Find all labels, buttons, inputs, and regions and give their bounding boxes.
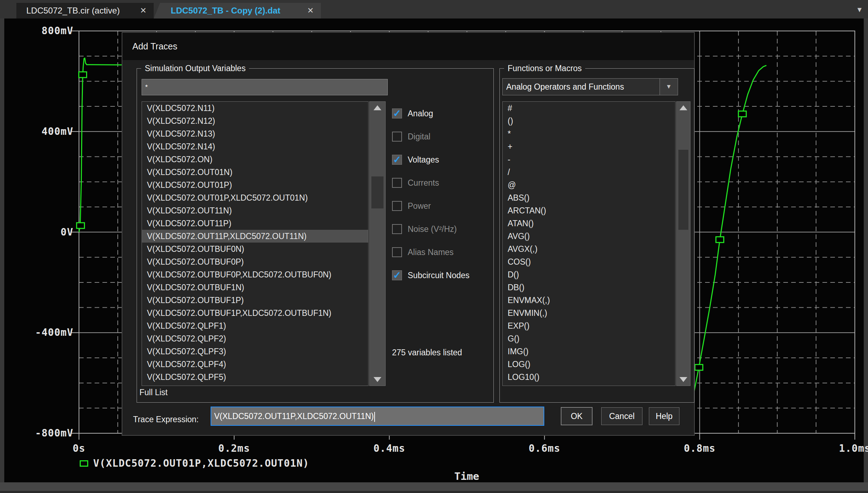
function-list-item[interactable]: - (503, 153, 675, 166)
functions-scrollbar[interactable] (676, 101, 690, 386)
x-tick-label: 0.2ms (199, 442, 270, 454)
variable-list-item[interactable]: V(XLDC5072.OUTBUF0P,XLDC5072.OUTBUF0N) (142, 268, 368, 281)
variable-list-item[interactable]: V(XLDC5072.OUT01N) (142, 166, 368, 179)
cancel-button[interactable]: Cancel (601, 407, 642, 425)
function-list-item[interactable]: IMG() (503, 345, 675, 358)
variable-list-item[interactable]: V(XLDC5072.QLPF5,XLDC5072.QLPF6) (142, 383, 368, 386)
tab-cir-file[interactable]: LDC5072_TB.cir (active) ✕ (16, 3, 154, 18)
dialog-titlebar[interactable]: Add Traces (122, 33, 694, 60)
function-list-item[interactable]: AVGX(,) (503, 243, 675, 255)
variable-list-item[interactable]: V(XLDC5072.OUTBUF0N) (142, 243, 368, 255)
functions-category-dropdown[interactable]: Analog Operators and Functions ▼ (502, 78, 678, 95)
filter-checkbox-subcircuit-nodes[interactable]: ✓Subcircuit Nodes (392, 270, 499, 281)
x-tick-label: 0.8ms (664, 442, 735, 454)
tab-overflow-icon[interactable]: ▼ (856, 6, 863, 14)
functions-listbox[interactable]: #()*+-/@ABS()ARCTAN()ATAN()AVG()AVGX(,)C… (502, 101, 676, 386)
filter-checkbox-alias-names[interactable]: Alias Names (392, 247, 499, 258)
checked-checkbox-icon[interactable]: ✓ (392, 270, 402, 280)
variable-list-item[interactable]: V(XLDC5072.OUT01P,XLDC5072.OUT01N) (142, 191, 368, 204)
scroll-up-icon[interactable] (374, 105, 381, 110)
function-list-item[interactable]: ENVMAX(,) (503, 294, 675, 307)
checkmark-icon: ✓ (393, 155, 401, 164)
checkbox-label: Power (408, 201, 431, 211)
function-list-item[interactable]: DB() (503, 281, 675, 294)
help-button[interactable]: Help (649, 407, 679, 425)
unchecked-checkbox-icon[interactable] (392, 178, 402, 188)
function-list-item[interactable]: EXP() (503, 319, 675, 332)
filter-checkbox-noise-v-hz-[interactable]: Noise (V²/Hz) (392, 224, 499, 234)
variable-list-item[interactable]: V(XLDC5072.ON) (142, 153, 368, 166)
scrollbar-thumb[interactable] (371, 176, 383, 208)
function-list-item[interactable]: COS() (503, 255, 675, 268)
unchecked-checkbox-icon[interactable] (392, 132, 402, 142)
trace-expression-value: V(XLDC5072.OUT11P,XLDC5072.OUT11N) (214, 412, 374, 421)
variable-list-item[interactable]: V(XLDC5072.OUT11P,XLDC5072.OUT11N) (142, 230, 368, 243)
scroll-down-icon[interactable] (679, 377, 687, 382)
tab-dat-close-icon[interactable]: ✕ (307, 6, 314, 15)
trace-data-marker (76, 223, 84, 228)
trace-data-marker (739, 111, 746, 117)
variable-list-item[interactable]: V(XLDC5072.OUT01P) (142, 179, 368, 191)
checked-checkbox-icon[interactable]: ✓ (392, 108, 402, 118)
function-list-item[interactable]: ARCTAN() (503, 204, 675, 217)
variable-list-item[interactable]: V(XLDC5072.OUTBUF0P) (142, 255, 368, 268)
function-list-item[interactable]: M() (503, 383, 675, 386)
ok-button[interactable]: OK (561, 407, 592, 425)
filter-checkbox-analog[interactable]: ✓Analog (392, 108, 499, 119)
filter-checkbox-power[interactable]: Power (392, 201, 499, 211)
scroll-up-icon[interactable] (679, 105, 687, 110)
variable-list-item[interactable]: V(XLDC5072.N14) (142, 140, 368, 153)
function-list-item[interactable]: / (503, 166, 675, 179)
function-list-item[interactable]: ATAN() (503, 217, 675, 230)
variable-list-item[interactable]: V(XLDC5072.QLPF4) (142, 358, 368, 371)
variable-list-item[interactable]: V(XLDC5072.N13) (142, 127, 368, 140)
variable-list-item[interactable]: V(XLDC5072.QLPF1) (142, 319, 368, 332)
variable-list-item[interactable]: V(XLDC5072.QLPF5) (142, 371, 368, 383)
function-list-item[interactable]: AVG() (503, 230, 675, 243)
tab-dat-file[interactable]: LDC5072_TB - Copy (2).dat ✕ (154, 3, 321, 18)
variable-list-item[interactable]: V(XLDC5072.N12) (142, 115, 368, 127)
variable-list-item[interactable]: V(XLDC5072.OUT11P) (142, 217, 368, 230)
variable-list-item[interactable]: V(XLDC5072.OUTBUF1N) (142, 281, 368, 294)
function-list-item[interactable]: LOG() (503, 358, 675, 371)
function-list-item[interactable]: D() (503, 268, 675, 281)
window-bottom-edge (0, 491, 868, 493)
function-list-item[interactable]: ENVMIN(,) (503, 307, 675, 319)
variable-list-item[interactable]: V(XLDC5072.OUTBUF1P) (142, 294, 368, 307)
variable-list-item[interactable]: V(XLDC5072.QLPF2) (142, 332, 368, 345)
function-list-item[interactable]: ABS() (503, 191, 675, 204)
variable-list-item[interactable]: V(XLDC5072.OUTBUF1P,XLDC5072.OUTBUF1N) (142, 307, 368, 319)
function-list-item[interactable]: # (503, 102, 675, 115)
function-list-item[interactable]: LOG10() (503, 371, 675, 383)
dropdown-arrow-icon[interactable]: ▼ (660, 79, 678, 95)
functions-category-value: Analog Operators and Functions (503, 79, 660, 95)
variable-list-item[interactable]: V(XLDC5072.N11) (142, 102, 368, 115)
tab-cir-file-label: LDC5072_TB.cir (active) (16, 6, 120, 16)
x-tick-label: 1.0ms (819, 442, 868, 454)
function-list-item[interactable]: () (503, 115, 675, 127)
variable-filter-input[interactable] (142, 79, 388, 95)
variables-scrollbar[interactable] (369, 101, 386, 386)
function-list-item[interactable]: @ (503, 179, 675, 191)
function-list-item[interactable]: G() (503, 332, 675, 345)
variables-listbox[interactable]: V(XLDC5072.N11)V(XLDC5072.N12)V(XLDC5072… (142, 101, 369, 386)
function-list-item[interactable]: + (503, 140, 675, 153)
unchecked-checkbox-icon[interactable] (392, 201, 402, 211)
function-list-item[interactable]: * (503, 127, 675, 140)
scroll-down-icon[interactable] (374, 377, 381, 382)
filter-checkbox-currents[interactable]: Currents (392, 177, 499, 188)
unchecked-checkbox-icon[interactable] (392, 224, 402, 234)
tab-cir-close-icon[interactable]: ✕ (140, 6, 147, 15)
trace-expression-input[interactable]: V(XLDC5072.OUT11P,XLDC5072.OUT11N) (211, 407, 544, 426)
checked-checkbox-icon[interactable]: ✓ (392, 155, 402, 165)
scrollbar-thumb[interactable] (678, 150, 688, 230)
tab-dat-file-label: LDC5072_TB - Copy (2).dat (154, 6, 280, 16)
full-list-label: Full List (139, 388, 168, 397)
trace-legend: V(XLDC5072.OUT01P,XLDC5072.OUT01N) (80, 457, 309, 469)
filter-checkbox-digital[interactable]: Digital (392, 131, 499, 142)
variable-list-item[interactable]: V(XLDC5072.QLPF3) (142, 345, 368, 358)
unchecked-checkbox-icon[interactable] (392, 247, 402, 257)
variable-list-item[interactable]: V(XLDC5072.OUT11N) (142, 204, 368, 217)
filter-checkbox-voltages[interactable]: ✓Voltages (392, 154, 499, 165)
checkbox-label: Currents (408, 178, 439, 188)
